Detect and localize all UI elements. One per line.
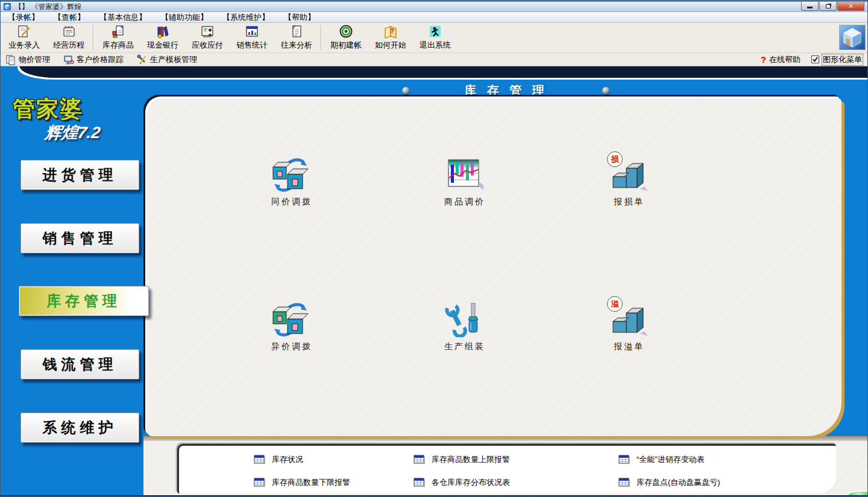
module-label: 生产组装 <box>410 341 519 352</box>
graphic-menu-label[interactable]: 图形化菜单 <box>822 54 863 65</box>
module-overflow-report[interactable]: 溢 报溢单 <box>575 302 684 352</box>
help-question-icon: ? <box>761 54 766 65</box>
toolbar-receivable-payable[interactable]: 应收应付 <box>185 23 230 52</box>
report-label: “全能”进销存变动表 <box>637 454 705 465</box>
close-button[interactable]: ✕ <box>837 2 864 11</box>
window-title: 【】 《管家婆》辉煌 <box>14 2 81 12</box>
reports-panel: 库存状况 库存商品数量上限报警 “全能”进销存变动表 库存商品数量下限报警 各仓… <box>177 444 836 493</box>
operation-history-icon <box>61 24 76 39</box>
transaction-analysis-icon <box>289 24 304 39</box>
toolbar-label: 库存商品 <box>102 40 134 51</box>
table-report-icon <box>254 478 266 487</box>
toolbar-cash-bank[interactable]: 现金银行 <box>140 23 185 52</box>
toolbar-label: 经营历程 <box>53 40 84 51</box>
quickbar-label: 客户价格跟踪 <box>77 54 124 65</box>
report-upper-limit-alert[interactable]: 库存商品数量上限报警 <box>414 454 510 465</box>
brand-logo-version: 辉煌7.2 <box>44 122 101 144</box>
report-lower-limit-alert[interactable]: 库存商品数量下限报警 <box>254 477 350 488</box>
toolbar-label: 现金银行 <box>147 40 178 51</box>
module-production-assembly[interactable]: 生产组装 <box>410 302 519 352</box>
quickbar-price-management[interactable]: 物价管理 <box>5 54 50 65</box>
production-assembly-icon <box>444 302 486 337</box>
menu-record[interactable]: 【录帐】 <box>1 12 46 23</box>
how-to-start-icon: ? <box>383 24 398 39</box>
toolbar-separator <box>93 25 94 50</box>
app-window: 【】 《管家婆》辉煌 ✕ 【录帐】 【查帐】 【基本信息】 【辅助功能】 【系统… <box>0 0 868 497</box>
minimize-icon <box>807 7 813 8</box>
customer-price-tracking-icon <box>63 54 74 65</box>
loss-badge: 损 <box>607 151 623 167</box>
module-label: 同价调拨 <box>237 197 346 207</box>
cash-bank-icon <box>156 24 170 39</box>
toolbar-business-entry[interactable]: 业务录入 <box>2 23 46 52</box>
toolbar-label: 如何开始 <box>375 40 406 51</box>
top-curve-decoration <box>17 66 868 80</box>
toolbar-label: 销售统计 <box>236 40 268 51</box>
module-loss-report[interactable]: 损 报损单 <box>575 157 684 207</box>
quick-bar: 物价管理 客户价格跟踪 生产模板管理 ? 在线帮助 <box>1 53 867 66</box>
menu-basic-info[interactable]: 【基本信息】 <box>92 12 154 23</box>
module-label: 报溢单 <box>575 341 684 352</box>
business-entry-icon <box>17 24 31 39</box>
table-report-icon <box>414 478 426 487</box>
graphic-menu-checkbox[interactable] <box>811 55 819 63</box>
report-allround-movement[interactable]: “全能”进销存变动表 <box>618 454 705 465</box>
overflow-badge: 溢 <box>607 296 623 312</box>
sidebar: 管家婆 辉煌7.2 进货管理 销售管理 库存管理 钱流管理 系统维护 <box>1 66 143 497</box>
svg-text:?: ? <box>390 27 394 34</box>
toolbar-exit-system[interactable]: 退出系统 <box>413 23 458 52</box>
initial-account-icon <box>339 24 353 39</box>
brand-cube-logo <box>839 25 866 50</box>
online-help-link[interactable]: 在线帮助 <box>769 54 800 65</box>
report-stocktaking[interactable]: 库存盘点(自动盘赢盘亏) <box>618 477 720 488</box>
brand-logo-title: 管家婆 <box>13 94 83 124</box>
diff-price-transfer-icon <box>271 302 313 337</box>
toolbar-transaction-analysis[interactable]: 往来分析 <box>274 23 319 52</box>
menu-bar: 【录帐】 【查帐】 【基本信息】 【辅助功能】 【系统维护】 【帮助】 <box>1 12 867 23</box>
menu-auxiliary[interactable]: 【辅助功能】 <box>154 12 215 23</box>
report-warehouse-distribution[interactable]: 各仓库库存分布状况表 <box>414 477 510 488</box>
report-label: 库存状况 <box>272 454 303 465</box>
exit-system-icon <box>428 24 442 39</box>
close-icon: ✕ <box>848 2 854 10</box>
restore-button[interactable] <box>819 2 837 11</box>
menu-check-account[interactable]: 【查帐】 <box>46 12 92 23</box>
goods-price-adjust-icon <box>444 157 486 192</box>
quickbar-label: 物价管理 <box>19 54 50 65</box>
sidebar-item-inventory[interactable]: 库存管理 <box>19 286 149 316</box>
title-bar[interactable]: 【】 《管家婆》辉煌 ✕ <box>1 1 867 12</box>
receivable-payable-icon <box>200 24 215 39</box>
module-label: 报损单 <box>575 197 684 207</box>
toolbar-operation-history[interactable]: 经营历程 <box>46 23 91 52</box>
app-icon <box>3 2 11 11</box>
module-goods-price-adjust[interactable]: 商品调价 <box>410 157 519 207</box>
quickbar-production-template[interactable]: 生产模板管理 <box>137 54 197 65</box>
toolbar-label: 业务录入 <box>8 40 40 51</box>
main-area: 库 存 管 理 管家婆 辉煌7.2 进货管理 销售管理 库存管理 钱流管理 系统… <box>1 66 868 497</box>
sidebar-item-purchase[interactable]: 进货管理 <box>20 160 139 190</box>
toolbar-initial-account[interactable]: 期初建帐 <box>324 23 368 52</box>
quickbar-customer-price-tracking[interactable]: 客户价格跟踪 <box>63 54 124 65</box>
content-panel: 同价调拨 商品调价 <box>147 98 841 436</box>
sidebar-item-sales[interactable]: 销售管理 <box>20 223 139 253</box>
report-label: 库存商品数量上限报警 <box>432 454 510 465</box>
sidebar-item-system[interactable]: 系统维护 <box>20 413 139 443</box>
module-same-price-transfer[interactable]: 同价调拨 <box>237 157 346 207</box>
report-label: 各仓库库存分布状况表 <box>432 477 510 488</box>
toolbar-inventory-goods[interactable]: 库存商品 <box>96 23 140 52</box>
toolbar-sales-stats[interactable]: 销售统计 <box>230 23 274 52</box>
quickbar-label: 生产模板管理 <box>150 54 197 65</box>
sidebar-item-cashflow[interactable]: 钱流管理 <box>20 349 139 379</box>
report-inventory-status[interactable]: 库存状况 <box>254 454 303 465</box>
page-title: 库 存 管 理 <box>464 83 548 99</box>
toolbar-how-to-start[interactable]: ? 如何开始 <box>368 23 413 52</box>
module-diff-price-transfer[interactable]: 异价调拨 <box>237 302 346 352</box>
table-report-icon <box>254 455 266 464</box>
menu-system-maintenance[interactable]: 【系统维护】 <box>215 12 277 23</box>
report-label: 库存商品数量下限报警 <box>272 477 350 488</box>
table-report-icon <box>618 455 631 464</box>
module-label: 异价调拨 <box>237 341 346 352</box>
minimize-button[interactable] <box>801 2 819 11</box>
menu-help[interactable]: 【帮助】 <box>277 12 322 23</box>
table-report-icon <box>618 478 631 487</box>
